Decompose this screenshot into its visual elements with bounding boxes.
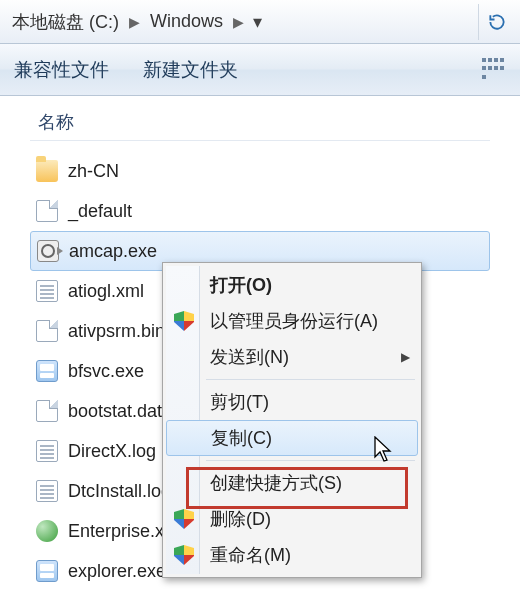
file-name: explorer.exe xyxy=(68,561,166,582)
folder-icon xyxy=(36,160,58,182)
file-row[interactable]: zh-CN xyxy=(30,151,490,191)
menu-item[interactable]: 以管理员身份运行(A) xyxy=(166,303,418,339)
globe-icon xyxy=(36,520,58,542)
context-menu: 打开(O)以管理员身份运行(A)发送到(N)剪切(T)复制(C)创建快捷方式(S… xyxy=(162,262,422,578)
file-icon xyxy=(36,200,58,222)
menu-item-label: 复制(C) xyxy=(211,426,272,450)
app-icon xyxy=(36,560,58,582)
file-row[interactable]: fveupdate.exe xyxy=(30,591,490,600)
chevron-right-icon: ▶ xyxy=(129,14,140,30)
file-row[interactable]: _default xyxy=(30,191,490,231)
menu-item-label: 剪切(T) xyxy=(210,390,269,414)
file-icon xyxy=(36,320,58,342)
file-name: DirectX.log xyxy=(68,441,156,462)
new-folder-button[interactable]: 新建文件夹 xyxy=(143,57,238,83)
menu-item[interactable]: 打开(O) xyxy=(166,267,418,303)
file-name: amcap.exe xyxy=(69,241,157,262)
file-name: bfsvc.exe xyxy=(68,361,144,382)
menu-separator xyxy=(206,379,415,380)
breadcrumb-dropdown[interactable]: ▾ xyxy=(248,11,266,33)
menu-item[interactable]: 复制(C) xyxy=(166,420,418,456)
text-icon xyxy=(36,440,58,462)
menu-item[interactable]: 剪切(T) xyxy=(166,384,418,420)
breadcrumb-text: Windows xyxy=(150,11,223,32)
breadcrumb-text: 本地磁盘 (C:) xyxy=(12,10,119,34)
compat-files-button[interactable]: 兼容性文件 xyxy=(14,57,109,83)
menu-item-label: 创建快捷方式(S) xyxy=(210,471,342,495)
breadcrumb: 本地磁盘 (C:) ▶ Windows ▶ ▾ xyxy=(0,0,520,44)
shield-icon xyxy=(174,545,194,565)
menu-item[interactable]: 发送到(N) xyxy=(166,339,418,375)
shield-icon xyxy=(174,311,194,331)
menu-item-label: 打开(O) xyxy=(210,273,272,297)
file-name: atiogl.xml xyxy=(68,281,144,302)
text-icon xyxy=(36,480,58,502)
refresh-icon xyxy=(487,12,507,32)
file-name: bootstat.dat xyxy=(68,401,162,422)
view-options-icon[interactable] xyxy=(482,58,506,82)
app-icon xyxy=(36,360,58,382)
toolbar: 兼容性文件 新建文件夹 xyxy=(0,44,520,96)
menu-item-label: 发送到(N) xyxy=(210,345,289,369)
file-name: _default xyxy=(68,201,132,222)
file-name: zh-CN xyxy=(68,161,119,182)
file-name: DtcInstall.log xyxy=(68,481,171,502)
breadcrumb-segment[interactable]: Windows xyxy=(144,11,229,32)
menu-item-label: 删除(D) xyxy=(210,507,271,531)
menu-item-label: 重命名(M) xyxy=(210,543,291,567)
breadcrumb-segment[interactable]: 本地磁盘 (C:) xyxy=(6,10,125,34)
cam-icon xyxy=(37,240,59,262)
menu-item[interactable]: 重命名(M) xyxy=(166,537,418,573)
chevron-right-icon: ▶ xyxy=(233,14,244,30)
menu-separator xyxy=(206,460,415,461)
menu-item[interactable]: 删除(D) xyxy=(166,501,418,537)
column-header-name[interactable]: 名称 xyxy=(30,106,490,141)
file-name: ativpsrm.bin xyxy=(68,321,165,342)
menu-item-label: 以管理员身份运行(A) xyxy=(210,309,378,333)
file-icon xyxy=(36,400,58,422)
refresh-button[interactable] xyxy=(478,4,514,40)
text-icon xyxy=(36,280,58,302)
menu-item[interactable]: 创建快捷方式(S) xyxy=(166,465,418,501)
shield-icon xyxy=(174,509,194,529)
